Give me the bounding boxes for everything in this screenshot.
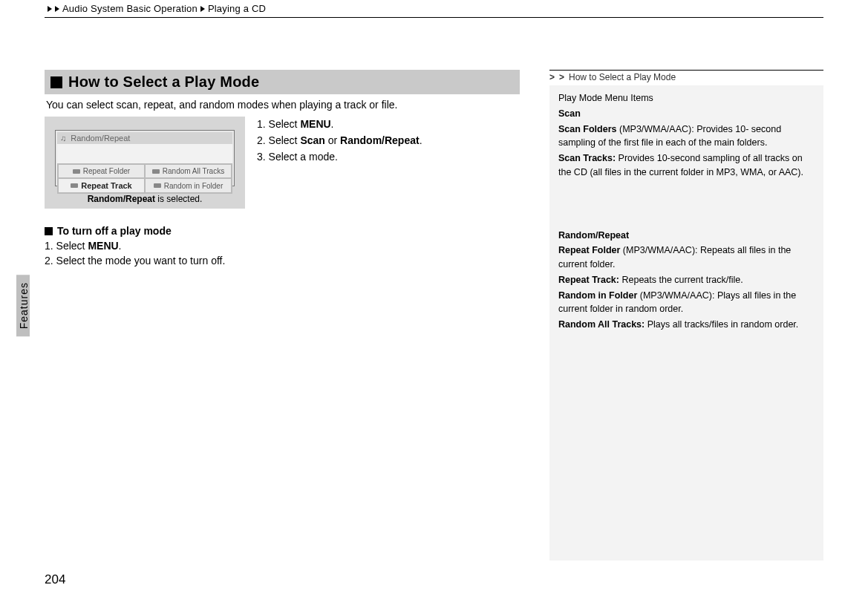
step-text: . [119,240,122,252]
step-3: 3. Select a mode. [257,149,422,165]
breadcrumb: Audio System Basic Operation Playing a C… [45,3,823,14]
step-1: 1. Select MENU. [257,117,422,132]
chevron-right-icon [200,6,205,12]
step-text: or [325,134,340,146]
cell-label: Random All Tracks [163,167,224,175]
step-2: 2. Select Scan or Random/Repeat. [257,133,422,148]
section-title: How to Select a Play Mode [68,73,259,91]
steps-list: 1. Select MENU. 2. Select Scan or Random… [257,117,422,166]
repeat-track-icon [71,183,78,188]
side-tab-features: Features [16,275,30,336]
gt-icon: > [559,71,564,84]
cell-repeat-folder: Repeat Folder [58,164,145,178]
chevron-right-icon [55,6,59,12]
screen-title-text: Random/Repeat [71,134,130,143]
sidebar-breadcrumb: > > How to Select a Play Mode [549,70,823,84]
sidebar-crumb-title: How to Select a Play Mode [569,71,676,84]
step-text: 1. Select [257,118,300,130]
step-bold: Scan [300,134,324,146]
step-text: . [331,118,334,130]
step-text: 1. Select [45,240,88,252]
sub-heading: To turn off a play mode [45,225,520,237]
divider [45,17,823,18]
section-heading-bar: How to Select a Play Mode [45,70,520,94]
page-number: 204 [45,572,65,587]
steps-list-2: 1. Select MENU. 2. Select the mode you w… [45,238,520,269]
step-bold: MENU [88,240,118,252]
chevron-right-icon [48,6,52,12]
screen-mock: ♫ Random/Repeat Repeat Folder Random All… [55,130,235,186]
figure-caption: Random/Repeat is selected. [55,194,235,204]
side-line: Scan Tracks: Provides 10-second sampling… [558,151,815,180]
side-line: Random in Folder (MP3/WMA/AAC): Plays al… [558,289,815,317]
side-line: Repeat Folder (MP3/WMA/AAC): Repeats all… [558,243,815,272]
intro-text: You can select scan, repeat, and random … [46,99,518,111]
side-line: Random All Tracks: Plays all tracks/file… [558,318,815,332]
square-bullet-icon [45,227,53,235]
music-note-icon: ♫ [60,134,66,143]
cell-label: Repeat Folder [83,167,130,175]
cell-random-all: Random All Tracks [145,164,232,178]
breadcrumb-seg-1: Audio System Basic Operation [62,3,198,14]
repeat-folder-icon [73,169,80,174]
square-bullet-icon [50,76,62,88]
mode-grid: Repeat Folder Random All Tracks Repeat T… [57,163,232,194]
screen-titlebar: ♫ Random/Repeat [57,132,232,144]
side-line: Repeat Track: Repeats the current track/… [558,273,815,287]
spacer [558,181,815,229]
figure-caption-tail: is selected. [155,194,202,204]
step-text: 2. Select [257,134,300,146]
figure-box: ♫ Random/Repeat Repeat Folder Random All… [45,117,245,209]
step2-2: 2. Select the mode you want to turn off. [45,253,520,268]
random-folder-icon [154,183,161,188]
gt-icon: > [549,71,555,84]
cell-label: Random in Folder [164,182,223,190]
figure-caption-bold: Random/Repeat [88,194,155,204]
step-bold: MENU [300,118,330,130]
random-all-icon [152,169,160,174]
side-line: Scan Folders (MP3/WMA/AAC): Provides 10-… [558,122,815,151]
step-text: . [420,134,422,146]
cell-random-folder: Random in Folder [145,178,232,193]
side-line: Scan [558,107,815,121]
cell-label: Repeat Track [81,181,131,190]
sub-heading-text: To turn off a play mode [57,225,172,237]
sidebar-info-box: Play Mode Menu ItemsScanScan Folders (MP… [549,85,823,560]
side-line: Play Mode Menu Items [558,91,815,105]
step2-1: 1. Select MENU. [45,238,520,253]
breadcrumb-seg-2: Playing a CD [208,3,266,14]
step-bold: Random/Repeat [340,134,420,146]
cell-repeat-track: Repeat Track [58,178,145,193]
side-line: Random/Repeat [558,229,815,243]
